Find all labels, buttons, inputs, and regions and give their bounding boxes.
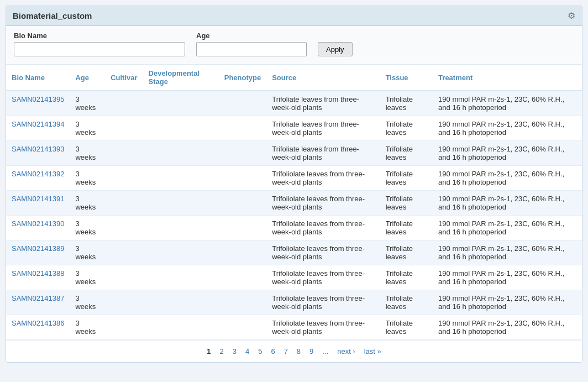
col-cultivar: Cultivar (105, 65, 143, 91)
table-body: SAMN021413953 weeksTrifoliate leaves fro… (6, 91, 582, 340)
pagination-next[interactable]: next › (334, 346, 359, 357)
cell-treatment: 190 mmol PAR m-2s-1, 23C, 60% R.H., and … (433, 91, 582, 116)
cell-source: Trifoliolate leaves from three-week-old … (266, 290, 380, 315)
cell-tissue: Trifoliate leaves (380, 166, 433, 191)
cell-source: Trifoliolate leaves from three-week-old … (266, 191, 380, 216)
cell-source: Trifoliolate leaves from three-week-old … (266, 315, 380, 340)
pagination-last[interactable]: last » (361, 346, 385, 357)
col-tissue: Tissue (380, 65, 433, 91)
table-row: SAMN021413933 weeksTrifoliate leaves fro… (6, 141, 582, 166)
cell-bio-name: SAMN02141389 (6, 240, 70, 265)
pagination-current: 1 (203, 346, 214, 357)
cell-source: Trifoliate leaves from three-week-old pl… (266, 91, 380, 116)
cell-tissue: Trifoliate leaves (380, 240, 433, 265)
bio-name-link[interactable]: SAMN02141394 (12, 120, 64, 128)
cell-age: 3 weeks (70, 191, 105, 216)
cell-bio-name: SAMN02141391 (6, 191, 70, 216)
cell-tissue: Trifoliate leaves (380, 265, 433, 290)
bio-name-link[interactable]: SAMN02141391 (12, 195, 64, 203)
bio-name-label: Bio Name (14, 32, 185, 40)
cell-tissue: Trifoliate leaves (380, 91, 433, 116)
filter-bar: Bio Name Age Apply (6, 26, 582, 65)
cell-source: Trifoliate leaves from three-week-old pl… (266, 141, 380, 166)
bio-name-link[interactable]: SAMN02141395 (12, 95, 64, 103)
cell-developmental-stage (143, 240, 219, 265)
cell-cultivar (105, 116, 143, 141)
pagination-page[interactable]: 9 (306, 346, 317, 357)
table-row: SAMN021413863 weeksTrifoliolate leaves f… (6, 315, 582, 340)
bio-name-link[interactable]: SAMN02141387 (12, 294, 64, 302)
cell-phenotype (219, 91, 266, 116)
cell-developmental-stage (143, 166, 219, 191)
table-row: SAMN021413913 weeksTrifoliolate leaves f… (6, 191, 582, 216)
cell-treatment: 190 mmol PAR m-2s-1, 23C, 60% R.H., and … (433, 240, 582, 265)
bio-name-link[interactable]: SAMN02141392 (12, 170, 64, 178)
cell-treatment: 190 mmol PAR m-2s-1, 23C, 60% R.H., and … (433, 141, 582, 166)
bio-name-link[interactable]: SAMN02141390 (12, 219, 64, 228)
cell-bio-name: SAMN02141392 (6, 166, 70, 191)
col-treatment: Treatment (433, 65, 582, 91)
cell-cultivar (105, 141, 143, 166)
cell-source: Trifoliolate leaves from three-week-old … (266, 240, 380, 265)
pagination-page[interactable]: 3 (229, 346, 240, 357)
cell-phenotype (219, 265, 266, 290)
age-label: Age (196, 32, 307, 40)
cell-developmental-stage (143, 315, 219, 340)
pagination-page[interactable]: 2 (216, 346, 227, 357)
page-container: Biomaterial_custom ⚙ Bio Name Age Apply … (6, 6, 582, 363)
cell-developmental-stage (143, 191, 219, 216)
col-age: Age (70, 65, 105, 91)
cell-age: 3 weeks (70, 265, 105, 290)
bio-name-link[interactable]: SAMN02141386 (12, 319, 64, 327)
cell-tissue: Trifoliate leaves (380, 191, 433, 216)
cell-treatment: 190 mmol PAR m-2s-1, 23C, 60% R.H., and … (433, 216, 582, 240)
page-header: Biomaterial_custom ⚙ (6, 6, 582, 26)
cell-phenotype (219, 315, 266, 340)
bio-name-link[interactable]: SAMN02141388 (12, 269, 64, 278)
pagination-page[interactable]: 7 (281, 346, 291, 357)
bio-name-input[interactable] (14, 42, 185, 56)
cell-phenotype (219, 191, 266, 216)
cell-cultivar (105, 240, 143, 265)
gear-icon[interactable]: ⚙ (568, 11, 575, 21)
cell-cultivar (105, 216, 143, 240)
cell-developmental-stage (143, 290, 219, 315)
cell-cultivar (105, 290, 143, 315)
cell-source: Trifoliolate leaves from three-week-old … (266, 216, 380, 240)
cell-tissue: Trifoliate leaves (380, 216, 433, 240)
cell-phenotype (219, 141, 266, 166)
bio-name-link[interactable]: SAMN02141389 (12, 244, 64, 253)
bio-name-link[interactable]: SAMN02141393 (12, 145, 64, 153)
cell-phenotype (219, 166, 266, 191)
cell-tissue: Trifoliate leaves (380, 290, 433, 315)
cell-tissue: Trifoliate leaves (380, 141, 433, 166)
pagination-page[interactable]: 5 (255, 346, 265, 357)
cell-cultivar (105, 191, 143, 216)
col-source: Source (266, 65, 380, 91)
table-row: SAMN021413873 weeksTrifoliolate leaves f… (6, 290, 582, 315)
cell-tissue: Trifoliate leaves (380, 315, 433, 340)
cell-bio-name: SAMN02141387 (6, 290, 70, 315)
pagination-page[interactable]: 8 (293, 346, 304, 357)
cell-developmental-stage (143, 141, 219, 166)
col-developmental-stage: Developmental Stage (143, 65, 219, 91)
cell-bio-name: SAMN02141390 (6, 216, 70, 240)
cell-treatment: 190 mmol PAR m-2s-1, 23C, 60% R.H., and … (433, 315, 582, 340)
age-input[interactable] (196, 42, 307, 56)
pagination-page[interactable]: 4 (242, 346, 253, 357)
cell-source: Trifoliate leaves from three-week-old pl… (266, 116, 380, 141)
cell-tissue: Trifoliate leaves (380, 116, 433, 141)
pagination-page[interactable]: 6 (267, 346, 278, 357)
cell-bio-name: SAMN02141388 (6, 265, 70, 290)
cell-treatment: 190 mmol PAR m-2s-1, 23C, 60% R.H., and … (433, 116, 582, 141)
cell-treatment: 190 mmol PAR m-2s-1, 23C, 60% R.H., and … (433, 166, 582, 191)
pagination: 123456789...next ›last » (6, 340, 582, 362)
table-row: SAMN021413893 weeksTrifoliolate leaves f… (6, 240, 582, 265)
cell-developmental-stage (143, 116, 219, 141)
apply-button[interactable]: Apply (318, 42, 353, 56)
cell-age: 3 weeks (70, 91, 105, 116)
cell-age: 3 weeks (70, 315, 105, 340)
cell-cultivar (105, 166, 143, 191)
cell-age: 3 weeks (70, 141, 105, 166)
cell-cultivar (105, 91, 143, 116)
